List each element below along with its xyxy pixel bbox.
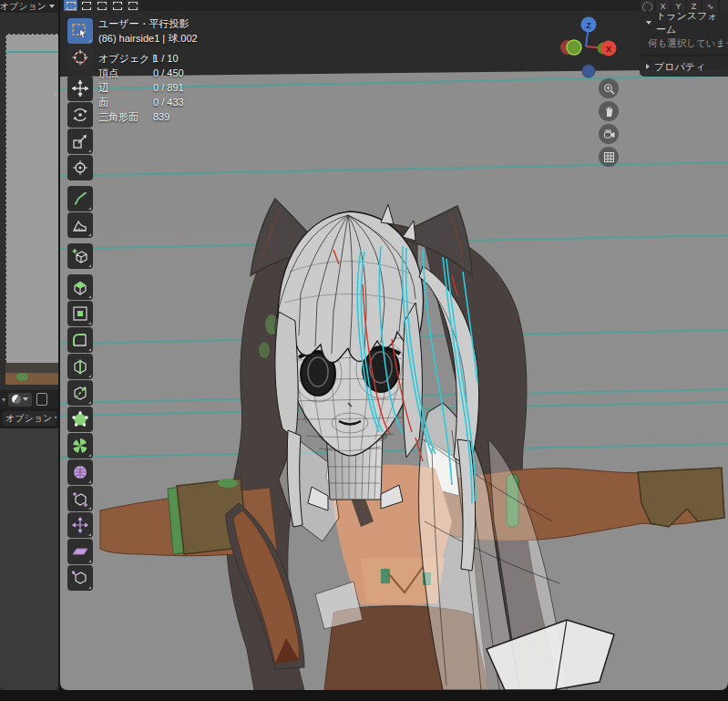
left-top-viewport[interactable]: ‹: [0, 13, 58, 390]
tool-extrude-region-button[interactable]: [67, 274, 93, 300]
select-mode-extend-button[interactable]: [79, 0, 93, 11]
view-mode-label: ユーザー・平行投影: [98, 16, 198, 31]
tool-smooth-button[interactable]: [67, 459, 93, 485]
main-3d-viewport-editor: X Y Z ∿: [60, 0, 728, 690]
select-mode-invert-button[interactable]: [110, 0, 124, 11]
viewport-shading-button[interactable]: [8, 393, 32, 407]
gizmo-toggle-icon[interactable]: [36, 393, 47, 406]
reference-brown-band: [5, 373, 58, 385]
tool-poly-build-button[interactable]: [67, 407, 93, 432]
mirror-x-button[interactable]: X: [656, 0, 670, 11]
chevron-down-icon: [646, 21, 651, 25]
stat-tris: 三角形面839: [98, 109, 198, 124]
tool-inset-faces-button[interactable]: [67, 301, 93, 326]
viewport-nav-buttons: [599, 78, 619, 167]
mirror-y-button[interactable]: Y: [672, 0, 685, 11]
select-mode-intersect-button[interactable]: [126, 0, 139, 11]
axis-y-ball[interactable]: [567, 40, 581, 55]
axis-x-label: X: [606, 45, 611, 54]
tool-shrink-fatten-button[interactable]: [67, 512, 93, 538]
left-top-toolsettings-bar: オプション: [0, 0, 58, 13]
guide-line: [5, 51, 58, 53]
zoom-button[interactable]: [599, 78, 619, 98]
pan-hand-button[interactable]: [599, 101, 619, 121]
character-model: [100, 199, 724, 690]
reference-image-plane[interactable]: [5, 34, 58, 363]
tool-shear-button[interactable]: [67, 539, 93, 564]
overflow-icon[interactable]: [720, 0, 728, 11]
stat-edges: 辺0 / 891: [98, 80, 198, 95]
tool-bevel-button[interactable]: [67, 327, 93, 353]
axis-z-label: Z: [586, 21, 591, 30]
active-object-label: (86) hairside1 | 球.002: [98, 31, 198, 46]
options-dropdown-bottom[interactable]: オプション: [2, 411, 56, 426]
shading-sphere-icon: [12, 395, 21, 404]
tool-transform-button[interactable]: [67, 155, 93, 180]
status-strip: [0, 690, 728, 701]
grid-ortho-button[interactable]: [599, 147, 619, 167]
chevron-down-icon: [23, 397, 28, 401]
properties-panel-header[interactable]: プロパティ: [640, 57, 728, 77]
stat-faces: 面0 / 433: [98, 95, 198, 109]
stat-objects: オブジェクト1 / 10: [98, 51, 198, 66]
select-mode-subtract-button[interactable]: [95, 0, 108, 11]
sidebar-n-panel: トランスフォーム 何も選択していません プロパティ: [640, 13, 728, 77]
tool-move-button[interactable]: [67, 76, 93, 101]
chevron-down-icon: [55, 417, 56, 420]
chevron-down-icon[interactable]: ▾: [2, 396, 5, 404]
sidebar-collapse-arrow[interactable]: ‹: [54, 89, 57, 99]
stat-verts: 頂点0 / 450: [98, 66, 198, 80]
transform-panel-header[interactable]: トランスフォーム: [640, 13, 728, 33]
tool-add-cube-button[interactable]: [67, 243, 93, 269]
chevron-down-icon: [49, 5, 55, 8]
tool-knife-button[interactable]: [67, 380, 93, 406]
left-editor-strip: オプション ‹ ▾ オプション: [0, 0, 58, 690]
toolbar: [67, 18, 95, 592]
mirror-z-button[interactable]: Z: [687, 0, 701, 11]
reference-green-blob: [16, 373, 28, 381]
left-bottom-viewport[interactable]: [0, 428, 58, 690]
proportional-editing-icon[interactable]: [641, 0, 654, 11]
camera-view-button[interactable]: [599, 124, 619, 144]
options-dropdown-top[interactable]: オプション: [0, 0, 46, 13]
tool-spin-button[interactable]: [67, 433, 93, 459]
tool-cursor-button[interactable]: [67, 45, 93, 70]
left-bottom-viewport-header: ▾: [0, 390, 58, 408]
viewport-canvas[interactable]: ユーザー・平行投影 (86) hairside1 | 球.002 オブジェクト1…: [60, 11, 728, 690]
tool-randomize-button[interactable]: [67, 486, 93, 511]
left-bottom-toolsettings-bar: オプション: [0, 408, 58, 428]
falloff-icon[interactable]: ∿: [702, 0, 718, 11]
tool-rip-region-button[interactable]: [67, 565, 93, 591]
reference-image-bottom: [5, 363, 58, 385]
viewport-header: X Y Z ∿: [60, 0, 728, 11]
chevron-right-icon: [646, 64, 650, 69]
select-mode-buttons: [64, 0, 139, 11]
axis-neg-z-ball[interactable]: [582, 65, 595, 77]
viewport-text-overlay: ユーザー・平行投影 (86) hairside1 | 球.002 オブジェクト1…: [98, 16, 198, 124]
orientation-gizmo[interactable]: X Z: [549, 13, 631, 86]
tool-loop-cut-button[interactable]: [67, 354, 93, 379]
tool-annotate-button[interactable]: [67, 186, 93, 211]
tool-select-box-button[interactable]: [67, 18, 93, 44]
select-mode-set-button[interactable]: [64, 0, 77, 11]
tool-scale-button[interactable]: [67, 129, 93, 154]
blender-window: オプション ‹ ▾ オプション: [0, 0, 728, 701]
header-right-controls: X Y Z ∿: [641, 0, 728, 11]
tool-rotate-button[interactable]: [67, 102, 93, 128]
tool-measure-button[interactable]: [67, 212, 93, 238]
